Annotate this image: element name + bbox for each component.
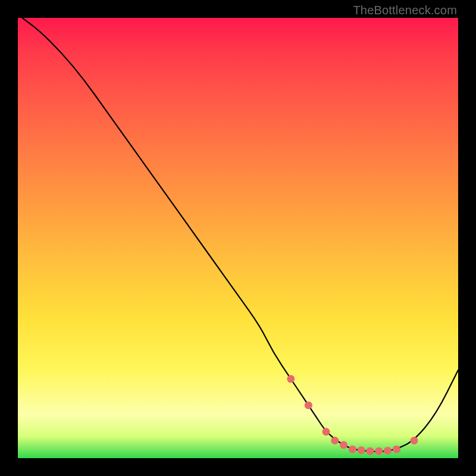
watermark-text: TheBottleneck.com — [353, 4, 457, 17]
chart-frame: TheBottleneck.com — [0, 0, 476, 476]
chart-background-gradient — [18, 18, 458, 458]
